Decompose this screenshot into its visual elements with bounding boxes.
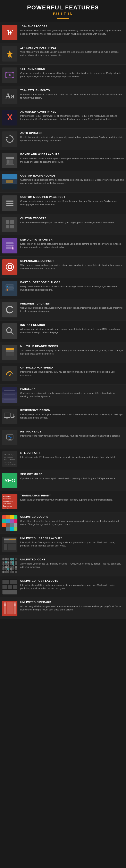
svg-text:▲: ▲ — [13, 560, 14, 561]
svg-rect-142 — [15, 563, 17, 565]
svg-rect-26 — [2, 184, 18, 189]
feature-desc-multipleheader: You have multiple header display modes. … — [20, 349, 124, 355]
svg-rect-24 — [2, 174, 18, 179]
translationready-icon: Welcome Bienvenue Willkommen Bienvenido … — [2, 494, 18, 509]
svg-rect-10 — [12, 77, 14, 78]
feature-row-custombg: CUSTOM BACKGROUNDS Customize the backgro… — [0, 171, 126, 192]
svg-text:اللغة العربية جميلة: اللغة العربية جميلة — [4, 459, 15, 460]
feature-row-autoupdater: AUTO UPDATER Hassle free updates without… — [0, 129, 126, 150]
feature-desc-demoimporter: Easily import all the demo data. Demo da… — [20, 242, 124, 249]
feature-row-seooptimized: SEO SEO OPTIMIZED Optimize your site to … — [0, 470, 126, 491]
feature-text-custombg: CUSTOM BACKGROUNDS Customize the backgro… — [20, 174, 124, 185]
feature-text-unlimitedheaderlayouts: UNLIMITED HEADER LAYOUTS Intensity inclu… — [20, 537, 124, 548]
svg-rect-9 — [6, 77, 7, 78]
feature-text-frequentupdates: FREQUENT UPDATES Updates are quick and e… — [20, 302, 124, 313]
svg-text:☁: ☁ — [13, 564, 14, 566]
feature-row-optimizedspeed: OPTIMIZED FOR SPEED Intensity is made to… — [0, 363, 126, 384]
feature-text-posttypes: 15+ CUSTOM POST TYPES With Intense WordP… — [20, 46, 124, 57]
svg-rect-195 — [13, 602, 16, 614]
svg-rect-84 — [9, 439, 11, 440]
shortcodedialogs-icon — [2, 281, 18, 296]
svg-rect-116 — [10, 527, 14, 531]
svg-rect-190 — [8, 585, 12, 589]
svg-rect-192 — [2, 590, 17, 594]
svg-text:★: ★ — [3, 560, 4, 561]
svg-rect-201 — [14, 605, 15, 606]
svg-rect-159 — [12, 571, 14, 573]
svg-rect-85 — [8, 440, 12, 440]
feature-title-rtlsupport: RTL SUPPORT — [20, 451, 124, 455]
svg-text:W: W — [7, 29, 13, 36]
page-title: POWERFUL FEATURES — [2, 4, 124, 11]
svg-text:♫: ♫ — [6, 569, 7, 571]
instantsearch-icon — [2, 323, 18, 339]
feature-text-translationready: TRANSLATION READY Easily translate Inten… — [20, 494, 124, 502]
feature-desc-optimizedspeed: Intensity is made to run blazingly fast.… — [20, 370, 124, 377]
svg-rect-187 — [2, 580, 9, 584]
unlimitedcolors-icon — [2, 515, 18, 531]
feature-row-animations: 140+ ANIMATIONS Capture the attention of… — [0, 65, 126, 86]
svg-rect-193 — [4, 602, 6, 614]
feature-title-custombg: CUSTOM BACKGROUNDS — [20, 174, 124, 177]
svg-rect-123 — [8, 544, 16, 550]
feature-title-frequentupdates: FREQUENT UPDATES — [20, 302, 124, 305]
feature-row-unlimitedheaderlayouts: UNLIMITED HEADER LAYOUTS Intensity inclu… — [0, 534, 126, 555]
svg-text:Bienvenue: Bienvenue — [3, 498, 11, 500]
feature-row-posttypes: 15+ CUSTOM POST TYPES With Intense WordP… — [0, 43, 126, 65]
feature-desc-unlimitedicons: All the icons you can use up. Intensity … — [20, 562, 124, 569]
feature-title-demoimporter: DEMO DATA IMPORTER — [20, 238, 124, 241]
svg-text:Aa: Aa — [5, 92, 14, 100]
shortcodes-icon: W — [2, 25, 18, 40]
feature-title-animations: 140+ ANIMATIONS — [20, 67, 124, 70]
feature-row-custommenu: CUSTOM MENU PER PAGE/POST Choose a custo… — [0, 192, 126, 214]
feature-text-parallax: PARALLAX Captivate your visitors with pa… — [20, 388, 124, 398]
svg-rect-76 — [4, 413, 10, 417]
unlimitedheaderlayouts-icon — [2, 537, 18, 552]
svg-rect-65 — [6, 352, 14, 355]
svg-rect-30 — [6, 203, 13, 204]
svg-rect-79 — [11, 414, 14, 417]
svg-rect-20 — [6, 159, 9, 164]
feature-desc-parallax: Captivate your visitors with parallax co… — [20, 392, 124, 398]
feature-title-boxedwide: BOXED AND WIDE LAYOUTS — [20, 153, 124, 156]
feature-title-unlimitedsidebars: UNLIMITED SIDEBARS — [20, 600, 124, 604]
feature-title-responsivedesign: RESPONSIVE DESIGN — [20, 409, 124, 412]
feature-title-dependablesupport: DEPENDABLE SUPPORT — [20, 259, 124, 262]
svg-text:⚙: ⚙ — [8, 564, 9, 566]
svg-rect-158 — [10, 571, 12, 573]
feature-text-rtlsupport: RTL SUPPORT Intensity supports RTL langu… — [20, 451, 124, 459]
svg-rect-80 — [13, 417, 15, 420]
frequentupdates-icon — [2, 302, 18, 317]
svg-text:⬟: ⬟ — [8, 562, 9, 563]
feature-row-instantsearch: INSTANT SEARCH Allow your users instant … — [0, 320, 126, 342]
svg-rect-19 — [6, 157, 14, 159]
svg-text:Benvenuto: Benvenuto — [3, 505, 12, 507]
svg-rect-31 — [6, 205, 13, 206]
svg-rect-155 — [2, 571, 4, 573]
svg-rect-196 — [4, 603, 6, 603]
svg-rect-113 — [14, 523, 18, 527]
svg-rect-104 — [10, 515, 14, 519]
svg-rect-56 — [6, 289, 8, 290]
svg-text:■: ■ — [3, 562, 4, 563]
feature-text-adminpanel: ADVANCED ADMIN PANEL Intensity uses Redu… — [20, 110, 124, 121]
svg-rect-21 — [9, 159, 13, 164]
feature-title-seooptimized: SEO OPTIMIZED — [20, 473, 124, 476]
feature-text-unlimitedpostlayouts: UNLIMITED POST LAYOUTS Intensity include… — [20, 579, 124, 590]
svg-rect-154 — [15, 568, 17, 570]
svg-text:مرحبا بالعالم هذا: مرحبا بالعالم هذا — [4, 454, 14, 456]
svg-rect-102 — [2, 515, 6, 519]
feature-row-multipleheader: MULTIPLE HEADER MODES You have multiple … — [0, 342, 126, 363]
feature-text-responsivedesign: RESPONSIVE DESIGN Intensity responds to … — [20, 409, 124, 420]
unlimitedpostlayouts-icon — [2, 579, 18, 595]
feature-text-unlimitedcolors: UNLIMITED COLORS Control the colors of t… — [20, 515, 124, 526]
feature-title-retinaready: RETINA READY — [20, 430, 124, 433]
feature-row-demoimporter: DEMO DATA IMPORTER Easily import all the… — [0, 235, 126, 256]
feature-row-adminpanel: X ADVANCED ADMIN PANEL Intensity uses Re… — [0, 107, 126, 129]
svg-rect-122 — [4, 544, 7, 550]
svg-rect-109 — [14, 519, 18, 523]
feature-row-unlimitedicons: ★ ♥ ☆ ● ▲ ■ ◆ ⬟ ⊕ ✦ ✓ ✕ ⚙ ⌂ ☁ ✉ ☎ ⚡ ⊞ ⌛ — [0, 555, 126, 577]
feature-title-unlimitedicons: UNLIMITED ICONS — [20, 558, 124, 561]
svg-rect-35 — [6, 225, 9, 228]
feature-row-retinaready: 🐾 RETINA READY Intensity is retina ready… — [0, 427, 126, 448]
